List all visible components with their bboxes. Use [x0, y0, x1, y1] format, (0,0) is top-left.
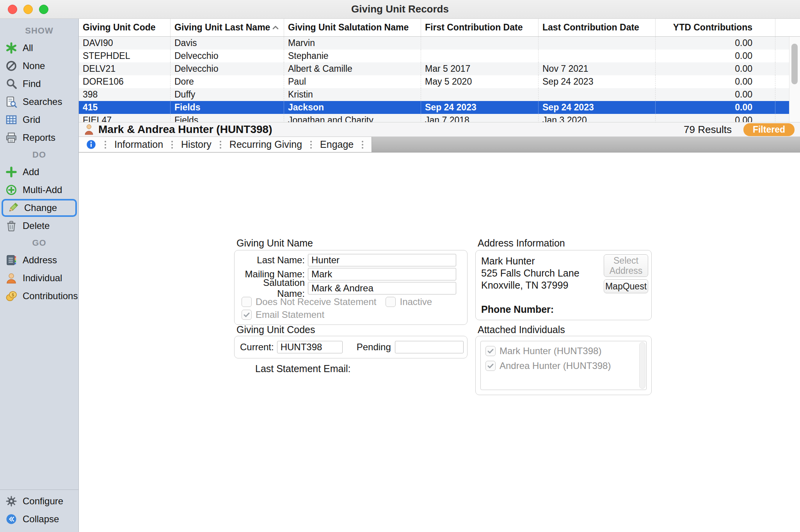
person-icon: [5, 272, 17, 284]
current-code-input[interactable]: [277, 341, 343, 353]
checkbox-attached-individual[interactable]: [485, 346, 496, 356]
checkbox-label: Does Not Receive Statement: [256, 296, 376, 307]
sidebar-item-change[interactable]: Change: [2, 199, 77, 217]
checkbox-item-email-statement[interactable]: Email Statement: [242, 309, 324, 320]
tab-engage[interactable]: Engage: [318, 139, 356, 150]
attached-individuals-list[interactable]: Mark Hunter (HUNT398)Andrea Hunter (HUNT…: [480, 341, 647, 390]
sidebar-item-find[interactable]: Find: [0, 75, 78, 93]
column-header-ytd-contributions[interactable]: YTD Contributions: [656, 19, 775, 36]
table-cell: Delvecchio: [171, 62, 284, 75]
app-window: Giving Unit Records SHOWAllNoneFindSearc…: [0, 0, 800, 532]
sidebar-section-header-show: SHOW: [0, 23, 78, 39]
sidebar-item-none[interactable]: None: [0, 57, 78, 75]
sidebar-item-label: Searches: [23, 96, 62, 107]
sidebar-item-label: Multi-Add: [23, 184, 62, 195]
table-scrollbar[interactable]: [789, 37, 800, 122]
table-cell: DORE106: [79, 75, 171, 88]
sidebar-item-label: Add: [23, 167, 39, 177]
sidebar-item-all[interactable]: All: [0, 39, 78, 57]
table-cell: Marvin: [284, 37, 421, 50]
table-cell: Fields: [171, 101, 284, 114]
sidebar-item-configure[interactable]: Configure: [0, 492, 78, 510]
table-row[interactable]: DELV21DelvecchioAlbert & CamilleMar 5 20…: [79, 62, 800, 75]
table-cell: STEPHDEL: [79, 50, 171, 62]
column-header-giving-unit-last-name[interactable]: Giving Unit Last Name: [171, 19, 284, 36]
table-row[interactable]: STEPHDELDelvecchioStephanie0.00: [79, 50, 800, 62]
table-row[interactable]: DAVI90DavisMarvin0.00: [79, 37, 800, 50]
sidebar-item-label: None: [23, 60, 45, 71]
pending-code-input[interactable]: [395, 341, 464, 353]
column-header-first-contribution-date[interactable]: First Contribution Date: [421, 19, 539, 36]
sidebar-item-individual[interactable]: Individual: [0, 269, 78, 287]
table-cell: Davis: [171, 37, 284, 50]
attached-individual-row[interactable]: Mark Hunter (HUNT398): [482, 344, 645, 358]
table-cell: Delvecchio: [171, 50, 284, 62]
table-cell: Jackson: [284, 101, 421, 114]
column-header-label: First Contribution Date: [425, 22, 523, 33]
select-address-button[interactable]: Select Address: [604, 254, 648, 277]
window-title: Giving Unit Records: [0, 3, 800, 15]
sidebar-item-label: Grid: [23, 114, 40, 125]
field-input-last-name[interactable]: [308, 254, 456, 266]
main-panel: Giving Unit CodeGiving Unit Last NameGiv…: [79, 19, 800, 532]
sidebar-item-multi-add[interactable]: Multi-Add: [0, 181, 78, 199]
saved-search-icon: [5, 96, 17, 108]
tab-separator-icon: [171, 141, 173, 149]
column-header-filler: [775, 19, 800, 36]
sidebar-item-label: Address: [23, 255, 57, 266]
table-cell: [421, 37, 539, 50]
table-cell: 0.00: [656, 101, 775, 114]
checkbox-inactive[interactable]: [386, 297, 396, 307]
multi-add-icon: [5, 184, 17, 196]
info-icon[interactable]: [86, 139, 96, 150]
checkbox-email-statement[interactable]: [242, 310, 252, 320]
table-cell: 0.00: [656, 37, 775, 50]
asterisk-icon: [5, 42, 17, 54]
sidebar-item-label: Change: [24, 202, 57, 213]
checkbox-item-inactive[interactable]: Inactive: [386, 296, 432, 307]
tab-bar-background: [372, 137, 800, 152]
sidebar-item-reports[interactable]: Reports: [0, 129, 78, 147]
table-cell: DAVI90: [79, 37, 171, 50]
column-header-giving-unit-salutation-name[interactable]: Giving Unit Salutation Name: [284, 19, 421, 36]
table-cell: Mar 5 2017: [421, 62, 539, 75]
gear-icon: [5, 495, 17, 507]
tab-information[interactable]: Information: [112, 139, 165, 150]
sidebar-item-contributions[interactable]: $Contributions: [0, 287, 78, 305]
table-cell: 0.00: [656, 114, 775, 122]
column-header-giving-unit-code[interactable]: Giving Unit Code: [79, 19, 171, 36]
attached-individual-label: Andrea Hunter (HUNT398): [500, 360, 611, 371]
mapquest-button[interactable]: MapQuest: [604, 279, 648, 293]
table-row-selected[interactable]: 415FieldsJacksonSep 24 2023Sep 24 20230.…: [79, 101, 800, 114]
table-cell: 0.00: [656, 62, 775, 75]
table-scrollbar-thumb[interactable]: [791, 44, 798, 84]
table-row[interactable]: DORE106DorePaulMay 5 2020Sep 24 20230.00: [79, 75, 800, 88]
field-input-salutation-name[interactable]: [308, 282, 456, 294]
field-input-mailing-name[interactable]: [308, 268, 456, 280]
tab-history[interactable]: History: [179, 139, 214, 150]
attached-individuals-scrollbar[interactable]: [639, 342, 645, 389]
table-row[interactable]: FIEL47FieldsJonathan and CharityJan 7 20…: [79, 114, 800, 122]
attached-individual-row[interactable]: Andrea Hunter (HUNT398): [482, 358, 645, 373]
grid-icon: [5, 114, 17, 126]
sidebar-item-address[interactable]: Address: [0, 251, 78, 269]
last-statement-email-label: Last Statement Email:: [255, 363, 351, 374]
column-header-last-contribution-date[interactable]: Last Contribution Date: [539, 19, 656, 36]
filtered-badge[interactable]: Filtered: [743, 123, 795, 136]
sidebar-item-delete[interactable]: Delete: [0, 217, 78, 235]
field-label-salutation-name: Salutation Name:: [238, 277, 308, 299]
table-row[interactable]: 398DuffyKristin0.00: [79, 88, 800, 101]
column-header-label: Last Contribution Date: [542, 22, 639, 33]
tab-recurring-giving[interactable]: Recurring Giving: [227, 139, 304, 150]
sidebar-item-collapse[interactable]: Collapse: [0, 510, 78, 528]
collapse-icon: [5, 513, 17, 525]
form-field-row: Last Name:: [238, 254, 463, 267]
sidebar-item-add[interactable]: Add: [0, 163, 78, 181]
checkbox-does-not-receive-statement[interactable]: [242, 297, 252, 307]
checkbox-item-does-not-receive-statement[interactable]: Does Not Receive Statement: [242, 296, 376, 307]
sidebar-item-searches[interactable]: Searches: [0, 93, 78, 111]
checkbox-attached-individual[interactable]: [485, 361, 496, 371]
table-cell: [539, 88, 656, 101]
sidebar-item-grid[interactable]: Grid: [0, 111, 78, 129]
table-cell: Nov 7 2021: [539, 62, 656, 75]
